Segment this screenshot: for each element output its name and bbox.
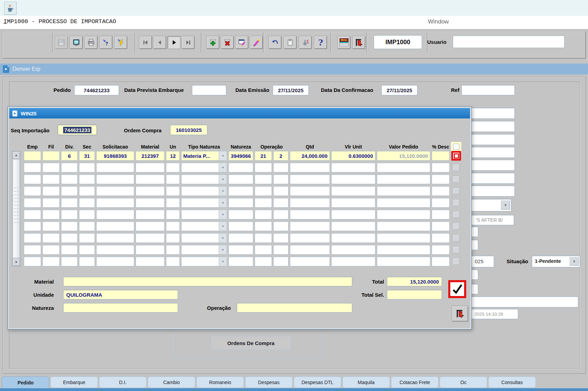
cell-valor-pedido[interactable]: [377, 174, 430, 184]
cell-div[interactable]: [61, 210, 78, 219]
cell-vlr-unit[interactable]: [331, 174, 375, 184]
cell-fil[interactable]: [42, 257, 60, 266]
cell-natureza[interactable]: [228, 233, 253, 243]
checkbox-empty-icon[interactable]: [453, 164, 460, 171]
tab-despesas-dtl[interactable]: Despesas DTL: [294, 376, 341, 388]
cell-div[interactable]: [61, 186, 78, 196]
cell-emp[interactable]: [24, 221, 41, 231]
cell-natureza[interactable]: 3949066: [228, 151, 253, 161]
cell-desc[interactable]: [432, 210, 450, 219]
cell-sec[interactable]: [79, 221, 95, 231]
cell-solicitacao[interactable]: [96, 174, 134, 184]
cell-qtd[interactable]: [290, 198, 330, 208]
checkbox-empty-icon[interactable]: [453, 235, 460, 241]
cell-emp[interactable]: [24, 163, 41, 172]
cell-op1[interactable]: [255, 210, 272, 219]
clipboard-button[interactable]: [284, 36, 297, 49]
cell-natureza[interactable]: [228, 186, 253, 196]
material-field[interactable]: [63, 277, 352, 286]
checkbox-empty-icon[interactable]: [453, 258, 460, 265]
checkbox-empty-icon[interactable]: [453, 211, 460, 218]
tab-d-i-[interactable]: D.I.: [99, 376, 147, 388]
cell-valor-pedido[interactable]: [377, 163, 430, 172]
cell-natureza[interactable]: [228, 257, 253, 266]
cell-op2[interactable]: [273, 257, 288, 266]
tab-pedido[interactable]: Pedido: [2, 376, 49, 389]
bg-field-long[interactable]: [459, 296, 578, 307]
cell-op1[interactable]: [255, 163, 272, 172]
cell-emp[interactable]: [24, 151, 41, 161]
cell-solicitacao[interactable]: [96, 257, 134, 266]
tab-maquila[interactable]: Maquila: [342, 376, 390, 388]
dropdown-arrow-icon[interactable]: ▼: [219, 175, 227, 184]
cell-desc[interactable]: [432, 163, 450, 172]
dropdown-arrow-icon[interactable]: ▼: [219, 257, 227, 266]
cell-fil[interactable]: [42, 174, 60, 184]
cell-qtd[interactable]: [290, 163, 330, 172]
row-select-cell[interactable]: [451, 174, 461, 184]
cell-material[interactable]: [136, 163, 165, 172]
cell-tipo-natureza[interactable]: ▼: [181, 186, 227, 196]
cell-sec[interactable]: [79, 163, 95, 172]
cell-fil[interactable]: [42, 198, 60, 208]
cell-qtd[interactable]: [290, 257, 330, 266]
cell-natureza[interactable]: [228, 163, 253, 172]
cell-vlr-unit[interactable]: [331, 233, 375, 243]
ordem-compra-field[interactable]: 160103025: [170, 125, 207, 135]
cell-op1[interactable]: [255, 186, 272, 196]
cell-desc[interactable]: [432, 198, 450, 208]
cell-desc[interactable]: [432, 186, 450, 196]
data-prevista-field[interactable]: [192, 85, 226, 95]
dialog-title-bar[interactable]: WIN25: [9, 108, 470, 118]
java-app-icon[interactable]: [4, 2, 17, 15]
cell-tipo-natureza[interactable]: ▼: [181, 174, 227, 184]
tab-cambio[interactable]: Cambio: [148, 376, 195, 388]
dropdown-arrow-icon[interactable]: ▼: [219, 222, 227, 231]
cell-fil[interactable]: [42, 186, 60, 196]
cell-emp[interactable]: [24, 174, 41, 184]
cell-op1[interactable]: [255, 221, 272, 231]
cell-op2[interactable]: [273, 210, 288, 219]
tab-consultas[interactable]: Consultas: [488, 376, 536, 388]
cell-op2[interactable]: [273, 174, 288, 184]
cell-qtd[interactable]: [290, 210, 330, 219]
cell-natureza[interactable]: [228, 210, 253, 219]
cell-op2[interactable]: [273, 233, 288, 243]
cell-vlr-unit[interactable]: [331, 210, 375, 219]
cell-valor-pedido[interactable]: [377, 233, 430, 243]
cell-op2[interactable]: [273, 163, 288, 172]
cell-solicitacao[interactable]: [96, 233, 134, 243]
cell-un[interactable]: 12: [166, 151, 180, 161]
row-select-cell[interactable]: [451, 257, 461, 266]
cell-material[interactable]: [136, 245, 165, 255]
cell-fil[interactable]: [42, 210, 60, 219]
cell-un[interactable]: [166, 233, 180, 243]
cell-op1[interactable]: [255, 198, 272, 208]
dropdown-arrow-icon[interactable]: ▼: [219, 187, 227, 196]
cell-desc[interactable]: [432, 233, 450, 243]
cell-emp[interactable]: [24, 257, 41, 266]
cell-div[interactable]: [61, 245, 78, 255]
mdi-title-bar[interactable]: Denver Erp: [0, 64, 588, 75]
first-record-button[interactable]: [139, 36, 152, 49]
cell-sec[interactable]: [79, 233, 95, 243]
row-select-cell[interactable]: [451, 163, 461, 172]
tab-cotacao-frete[interactable]: Cotacao Frete: [391, 376, 439, 388]
module-code-field[interactable]: IMP1000: [374, 35, 422, 49]
dropdown-arrow-icon[interactable]: ▼: [219, 233, 227, 242]
cell-un[interactable]: [166, 257, 180, 266]
scroll-up-icon[interactable]: ▲: [12, 151, 20, 159]
insert-record-button[interactable]: [206, 36, 219, 49]
cell-qtd[interactable]: [290, 245, 330, 255]
select-all-checkbox[interactable]: [451, 142, 461, 152]
cell-valor-pedido[interactable]: [377, 245, 430, 255]
checkbox-selected-red-icon[interactable]: [451, 151, 461, 161]
next-record-button[interactable]: [167, 36, 180, 49]
close-dialog-button[interactable]: [452, 306, 468, 322]
cell-solicitacao[interactable]: [96, 186, 134, 196]
cell-solicitacao[interactable]: [96, 210, 134, 219]
cell-solicitacao[interactable]: [96, 221, 134, 231]
tab-romaneio[interactable]: Romaneio: [196, 376, 244, 388]
cell-tipo-natureza[interactable]: ▼: [181, 163, 227, 172]
cell-op2[interactable]: [273, 245, 288, 255]
